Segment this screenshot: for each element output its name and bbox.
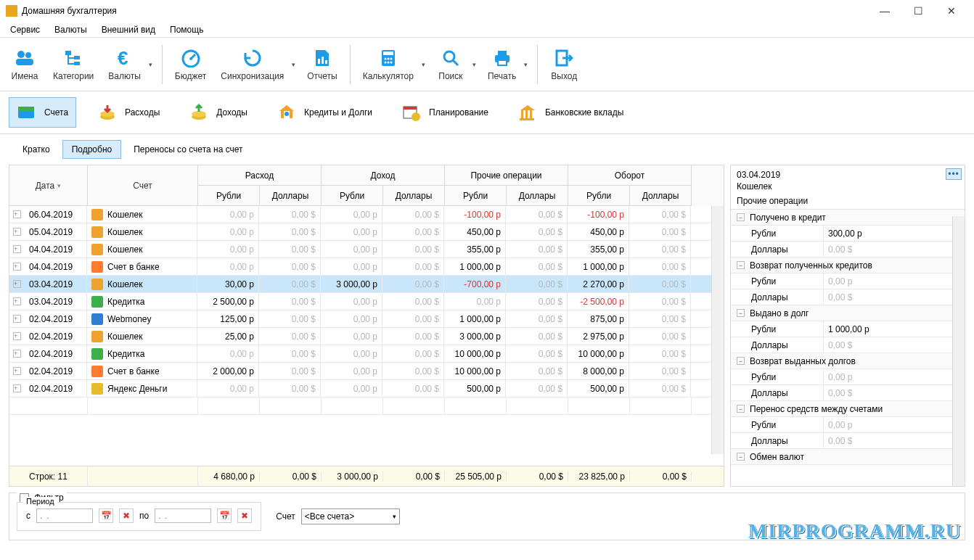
collapse-icon[interactable]: − xyxy=(737,453,745,461)
navtab-deposits[interactable]: Банковские вклады xyxy=(509,97,632,128)
expand-icon[interactable]: + xyxy=(13,228,21,236)
col-sub[interactable]: Рубли xyxy=(198,186,260,206)
detail-scrollbar[interactable] xyxy=(952,216,965,486)
svg-rect-35 xyxy=(404,107,417,110)
navtab-income[interactable]: Доходы xyxy=(181,97,255,128)
date-to-input[interactable] xyxy=(155,508,211,523)
expand-icon[interactable]: + xyxy=(13,297,21,305)
table-row[interactable]: +04.04.2019Счет в банке0,00 р0,00 $0,00 … xyxy=(9,258,724,276)
table-row[interactable]: +02.04.2019Счет в банке2 000,00 р0,00 $0… xyxy=(9,363,724,380)
vertical-scrollbar[interactable] xyxy=(711,206,724,454)
col-sub[interactable]: Доллары xyxy=(260,186,322,206)
clear-date-icon[interactable]: ✖ xyxy=(237,508,252,523)
expand-icon[interactable]: + xyxy=(13,315,21,323)
navtab-planning[interactable]: Планирование xyxy=(393,97,496,128)
account-filter-select[interactable]: <Все счета>▾ xyxy=(301,508,400,524)
collapse-icon[interactable]: − xyxy=(737,213,745,221)
col-sub[interactable]: Рубли xyxy=(568,186,630,206)
detail-group[interactable]: −Возврат полученных кредитов xyxy=(731,258,965,273)
calendar-icon[interactable]: 📅 xyxy=(217,508,232,523)
svg-point-18 xyxy=(387,61,389,63)
grid-body[interactable]: +06.04.2019Кошелек0,00 р0,00 $0,00 р0,00… xyxy=(9,206,724,454)
tb-search[interactable]: Поиск xyxy=(430,40,471,89)
tb-sync[interactable]: Синхронизация xyxy=(214,40,290,89)
menu-currencies[interactable]: Валюты xyxy=(49,23,93,36)
table-row[interactable]: +04.04.2019Кошелек0,00 р0,00 $0,00 р0,00… xyxy=(9,241,724,258)
cell-value: 0,00 р xyxy=(321,380,382,397)
navtab-credits[interactable]: Кредиты и Долги xyxy=(269,97,380,128)
cell-value: 0,00 $ xyxy=(382,276,444,292)
detail-row: Рубли0,00 р xyxy=(731,369,965,385)
col-date[interactable]: Дата▾ xyxy=(9,165,88,206)
maximize-button[interactable]: ☐ xyxy=(901,0,935,22)
detail-group[interactable]: −Возврат выданных долгов xyxy=(731,353,965,369)
expand-icon[interactable]: + xyxy=(13,263,21,271)
collapse-icon[interactable]: − xyxy=(737,261,745,269)
chevron-down-icon[interactable]: ▾ xyxy=(524,61,531,68)
menu-service[interactable]: Сервис xyxy=(4,23,46,36)
minimize-button[interactable]: — xyxy=(868,0,901,22)
subtab-detailed[interactable]: Подробно xyxy=(62,140,122,159)
detail-value: 0,00 $ xyxy=(824,433,965,448)
collapse-icon[interactable]: − xyxy=(737,405,745,413)
expand-icon[interactable]: + xyxy=(13,350,21,358)
subtab-brief[interactable]: Кратко xyxy=(13,140,60,159)
table-row[interactable]: +02.04.2019Кошелек25,00 р0,00 $0,00 р0,0… xyxy=(9,328,724,345)
date-from-input[interactable] xyxy=(36,508,93,523)
expand-icon[interactable]: + xyxy=(13,332,21,340)
tb-calculator[interactable]: Калькулятор xyxy=(356,40,420,89)
chevron-down-icon[interactable]: ▾ xyxy=(149,61,156,68)
table-row[interactable]: +02.04.2019Webmoney125,00 р0,00 $0,00 р0… xyxy=(9,310,724,328)
col-sub[interactable]: Рубли xyxy=(445,186,507,206)
col-group[interactable]: Расход xyxy=(198,165,322,186)
table-row[interactable]: +06.04.2019Кошелек0,00 р0,00 $0,00 р0,00… xyxy=(9,206,724,223)
cell-value: 0,00 $ xyxy=(629,241,691,258)
chevron-down-icon[interactable]: ▾ xyxy=(472,61,480,68)
tb-print[interactable]: Печать xyxy=(481,40,523,89)
expand-icon[interactable]: + xyxy=(13,367,21,375)
close-button[interactable]: ✕ xyxy=(935,0,968,22)
table-row[interactable]: +03.04.2019Кошелек30,00 р0,00 $3 000,00 … xyxy=(9,276,724,293)
tb-budget[interactable]: Бюджет xyxy=(168,40,213,89)
detail-group[interactable]: −Выдано в долг xyxy=(731,305,965,321)
detail-group[interactable]: −Обмен валют xyxy=(731,449,965,465)
menu-help[interactable]: Помощь xyxy=(164,23,209,36)
expand-icon[interactable]: + xyxy=(13,210,21,218)
tb-exit[interactable]: Выход xyxy=(544,40,584,89)
menu-appearance[interactable]: Внешний вид xyxy=(96,23,161,36)
navtab-accounts[interactable]: Счета xyxy=(9,97,76,128)
detail-group[interactable]: −Перенос средств между счетами xyxy=(731,401,965,417)
clear-date-icon[interactable]: ✖ xyxy=(119,508,134,523)
table-row[interactable]: +03.04.2019Кредитка2 500,00 р0,00 $0,00 … xyxy=(9,293,724,310)
coins-down-icon xyxy=(97,102,118,123)
col-group[interactable]: Прочие операции xyxy=(445,165,568,186)
col-sub[interactable]: Доллары xyxy=(383,186,445,206)
tb-categories[interactable]: Категории xyxy=(46,40,100,89)
more-button[interactable]: ••• xyxy=(946,168,962,180)
wallet-icon xyxy=(17,102,37,123)
calendar-icon[interactable]: 📅 xyxy=(99,508,113,523)
table-row[interactable]: +02.04.2019Кредитка0,00 р0,00 $0,00 р0,0… xyxy=(9,345,724,363)
col-sub[interactable]: Доллары xyxy=(507,186,568,206)
collapse-icon[interactable]: − xyxy=(737,357,745,365)
col-sub[interactable]: Рубли xyxy=(322,186,383,206)
collapse-icon[interactable]: − xyxy=(737,309,745,317)
subtab-transfers[interactable]: Переносы со счета на счет xyxy=(124,140,252,159)
col-account[interactable]: Счет xyxy=(88,165,198,206)
expand-icon[interactable]: + xyxy=(13,245,21,253)
table-row[interactable]: +02.04.2019Яндекс Деньги0,00 р0,00 $0,00… xyxy=(9,380,724,398)
footer-total: 25 505,00 р xyxy=(445,472,507,482)
tb-names[interactable]: Имена xyxy=(4,40,45,89)
expand-icon[interactable]: + xyxy=(13,384,21,392)
table-row[interactable]: +05.04.2019Кошелек0,00 р0,00 $0,00 р0,00… xyxy=(9,223,724,241)
col-group[interactable]: Оборот xyxy=(568,165,692,186)
col-group[interactable]: Доход xyxy=(322,165,445,186)
tb-reports[interactable]: Отчеты xyxy=(300,40,343,89)
navtab-expenses[interactable]: Расходы xyxy=(89,97,168,128)
col-sub[interactable]: Доллары xyxy=(630,186,692,206)
chevron-down-icon[interactable]: ▾ xyxy=(292,61,299,68)
chevron-down-icon[interactable]: ▾ xyxy=(422,61,429,68)
tb-currencies[interactable]: €Валюты xyxy=(102,40,147,89)
expand-icon[interactable]: + xyxy=(13,280,21,288)
detail-group[interactable]: −Получено в кредит xyxy=(731,210,965,226)
